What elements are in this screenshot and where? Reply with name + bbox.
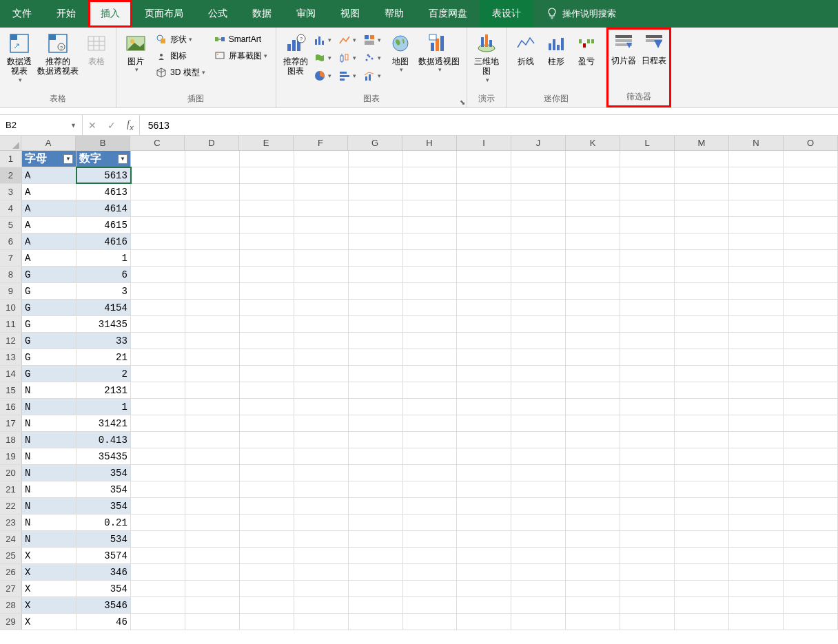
cell[interactable] (620, 548, 675, 563)
cell[interactable] (566, 432, 620, 448)
tell-me-search[interactable]: 操作说明搜索 (547, 0, 616, 28)
cell[interactable]: N (22, 415, 76, 431)
row-header[interactable]: 22 (0, 498, 22, 514)
cell[interactable] (675, 481, 729, 497)
cell[interactable] (784, 300, 838, 315)
cell[interactable] (675, 283, 729, 299)
cell[interactable] (349, 481, 403, 497)
cell[interactable] (784, 233, 838, 249)
row-header[interactable]: 26 (0, 564, 22, 580)
cell[interactable] (620, 184, 675, 200)
cell[interactable] (566, 267, 620, 282)
cell[interactable] (729, 151, 784, 167)
cell[interactable] (349, 349, 403, 365)
cell[interactable] (185, 548, 240, 563)
cell[interactable] (620, 399, 675, 415)
cell[interactable] (784, 614, 838, 630)
cell[interactable]: 35435 (76, 448, 131, 464)
cell[interactable] (784, 217, 838, 233)
cell[interactable] (349, 432, 403, 448)
cell[interactable] (784, 184, 838, 200)
cell[interactable] (294, 300, 349, 315)
cell[interactable] (511, 217, 566, 233)
cell[interactable] (185, 151, 240, 167)
cell[interactable] (620, 283, 675, 299)
row-header[interactable]: 4 (0, 200, 22, 216)
cell[interactable]: 354 (76, 498, 131, 514)
cell[interactable] (457, 200, 511, 216)
cell[interactable] (729, 217, 784, 233)
map-chart-button[interactable]: ▾ (314, 50, 333, 66)
cell[interactable] (457, 531, 511, 547)
cell[interactable] (511, 283, 566, 299)
cell[interactable] (294, 200, 349, 216)
cell[interactable] (294, 597, 349, 613)
cell[interactable] (403, 432, 458, 448)
cell[interactable] (240, 465, 294, 481)
cell[interactable] (511, 399, 566, 415)
cell[interactable] (403, 300, 458, 315)
cell[interactable] (294, 399, 349, 415)
cell[interactable] (403, 614, 458, 630)
table-header-cell[interactable]: 数字▼ (76, 151, 131, 167)
cell[interactable]: 0.413 (76, 432, 131, 448)
cell[interactable] (240, 548, 294, 563)
cell[interactable] (675, 300, 729, 315)
cell[interactable]: 4613 (76, 184, 131, 200)
cell[interactable] (294, 283, 349, 299)
cell[interactable] (620, 267, 675, 282)
cell[interactable] (403, 382, 458, 398)
cell[interactable] (566, 151, 620, 167)
row-header[interactable]: 19 (0, 448, 22, 464)
select-all-corner[interactable] (0, 136, 21, 150)
cell[interactable] (131, 548, 185, 563)
cell[interactable] (620, 465, 675, 481)
cell[interactable] (131, 465, 185, 481)
cell[interactable] (675, 217, 729, 233)
cell[interactable] (457, 597, 511, 613)
row-header[interactable]: 14 (0, 366, 22, 382)
cell[interactable] (349, 167, 403, 183)
column-header-L[interactable]: L (620, 136, 675, 150)
cell[interactable]: 534 (76, 531, 131, 547)
cell[interactable] (403, 515, 458, 530)
cell[interactable]: 354 (76, 465, 131, 481)
cell[interactable] (566, 217, 620, 233)
row-header[interactable]: 24 (0, 531, 22, 547)
cell[interactable] (185, 300, 240, 315)
cell[interactable] (349, 300, 403, 315)
cell[interactable] (457, 465, 511, 481)
row-header[interactable]: 6 (0, 233, 22, 249)
cell[interactable] (511, 151, 566, 167)
column-header-H[interactable]: H (402, 136, 457, 150)
cell[interactable] (729, 267, 784, 282)
cell[interactable] (511, 581, 566, 596)
cell[interactable] (620, 316, 675, 332)
cell[interactable] (403, 548, 458, 563)
cell[interactable] (457, 316, 511, 332)
cell[interactable] (457, 581, 511, 596)
cell[interactable] (566, 250, 620, 266)
cell[interactable] (349, 448, 403, 464)
cell[interactable] (675, 515, 729, 530)
cell[interactable] (457, 548, 511, 563)
cell[interactable] (620, 481, 675, 497)
cell[interactable] (294, 151, 349, 167)
cell[interactable] (185, 415, 240, 431)
cell[interactable]: G (22, 267, 76, 282)
cell[interactable] (457, 217, 511, 233)
cell[interactable] (457, 481, 511, 497)
insert-function-button[interactable]: fx (127, 119, 134, 132)
cell[interactable] (403, 415, 458, 431)
cell[interactable] (566, 515, 620, 530)
cell[interactable]: G (22, 333, 76, 349)
cell[interactable] (729, 531, 784, 547)
cell[interactable] (566, 597, 620, 613)
cell[interactable] (675, 498, 729, 514)
cell[interactable] (240, 366, 294, 382)
cell[interactable] (131, 515, 185, 530)
pictures-button[interactable]: 图片▾ (121, 30, 151, 75)
cell[interactable] (131, 382, 185, 398)
cell[interactable] (131, 399, 185, 415)
cell[interactable]: 5613 (76, 167, 131, 183)
